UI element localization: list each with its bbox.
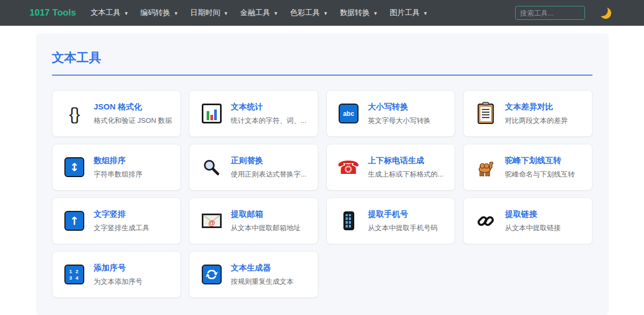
tool-title: 文本差异对比	[505, 102, 568, 112]
theme-toggle-button[interactable]	[598, 5, 613, 20]
tool-title: 文本统计	[231, 102, 306, 112]
tool-description: 从文本中提取链接	[505, 223, 561, 233]
tool-title: JSON 格式化	[94, 102, 172, 112]
chain-link-icon	[473, 212, 498, 230]
brand-logo[interactable]: 1017 Tools	[30, 8, 76, 18]
tool-description: 按规则重复生成文本	[231, 277, 294, 287]
tool-description: 统计文本的字符、词、...	[231, 116, 306, 126]
mobile-phone-icon	[336, 211, 361, 230]
tool-title: 提取链接	[505, 209, 561, 219]
tool-description: 对比两段文本的差异	[505, 116, 568, 126]
json-braces-icon: {}	[62, 105, 87, 122]
camel-icon	[473, 158, 498, 177]
input-numbers-icon: 1 23 4	[62, 265, 87, 284]
nav-menu-label: 日期时间	[190, 8, 220, 18]
tool-title: 正则替换	[231, 156, 306, 166]
nav-menu: 文本工具 ▼ 编码转换 ▼ 日期时间 ▼ 金融工具 ▼ 色彩工具 ▼ 数据转换 …	[85, 8, 434, 18]
tool-card[interactable]: @ 提取邮箱 从文本中提取邮箱地址	[189, 197, 318, 244]
tool-title: 驼峰下划线互转	[505, 156, 575, 166]
nav-menu-label: 色彩工具	[290, 8, 320, 18]
tool-description: 为文本添加序号	[94, 277, 143, 287]
page-title: 文本工具	[52, 49, 592, 66]
telephone-icon: ☎	[336, 158, 361, 177]
tool-card[interactable]: ☎ 上下标电话生成 生成上标或下标格式的...	[326, 144, 456, 191]
tool-title: 数组排序	[94, 156, 143, 166]
tool-card[interactable]: ↑ 文字竖排 文字竖排生成工具	[52, 197, 181, 244]
tool-description: 从文本中提取邮箱地址	[231, 223, 301, 233]
section-divider	[52, 75, 592, 76]
clipboard-icon	[473, 104, 498, 124]
tool-card[interactable]: 文本生成器 按规则重复生成文本	[189, 251, 318, 298]
nav-menu-label: 编码转换	[141, 8, 171, 18]
nav-menu-item-5[interactable]: 数据转换 ▼	[334, 8, 384, 18]
top-navbar: 1017 Tools 文本工具 ▼ 编码转换 ▼ 日期时间 ▼ 金融工具 ▼ 色…	[0, 0, 644, 26]
svg-text:@: @	[208, 219, 215, 227]
chevron-down-icon: ▼	[273, 11, 278, 16]
email-envelope-icon: @	[199, 214, 224, 228]
nav-menu-label: 图片工具	[390, 8, 420, 18]
tool-title: 添加序号	[94, 263, 143, 273]
tool-description: 使用正则表达式替换字...	[231, 170, 306, 179]
tool-card[interactable]: 1 23 4 添加序号 为文本添加序号	[52, 251, 181, 298]
nav-menu-item-3[interactable]: 金融工具 ▼	[234, 8, 284, 18]
tool-description: 格式化和验证 JSON 数据	[94, 116, 172, 126]
tool-card[interactable]: 提取手机号 从文本中提取手机号码	[326, 197, 456, 244]
nav-menu-item-4[interactable]: 色彩工具 ▼	[284, 8, 334, 18]
tool-description: 驼峰命名与下划线互转	[505, 170, 575, 179]
tool-card[interactable]: {} JSON 格式化 格式化和验证 JSON 数据	[52, 90, 181, 137]
tool-title: 上下标电话生成	[368, 156, 444, 166]
tool-card[interactable]: ↕ 数组排序 字符串数组排序	[52, 144, 181, 191]
up-arrow-icon: ↑	[62, 211, 87, 231]
tool-description: 从文本中提取手机号码	[368, 223, 438, 233]
tool-card[interactable]: 文本差异对比 对比两段文本的差异	[463, 90, 592, 137]
tool-title: 提取手机号	[368, 209, 438, 219]
tool-card[interactable]: 正则替换 使用正则表达式替换字...	[189, 144, 318, 191]
chevron-down-icon: ▼	[124, 11, 129, 16]
main-container: 文本工具 {} JSON 格式化 格式化和验证 JSON 数据 文本统计 统计文…	[36, 33, 609, 315]
tool-title: 文字竖排	[94, 209, 150, 219]
abc-box-icon: abc	[336, 104, 361, 123]
bar-chart-icon	[199, 104, 224, 123]
tool-description: 生成上标或下标格式的...	[368, 170, 444, 179]
chevron-down-icon: ▼	[423, 11, 428, 16]
nav-menu-item-6[interactable]: 图片工具 ▼	[384, 8, 434, 18]
tool-card[interactable]: 提取链接 从文本中提取链接	[463, 197, 592, 244]
tool-description: 文字竖排生成工具	[94, 223, 150, 233]
nav-menu-label: 数据转换	[340, 8, 370, 18]
tool-card[interactable]: 驼峰下划线互转 驼峰命名与下划线互转	[463, 144, 592, 191]
tool-grid: {} JSON 格式化 格式化和验证 JSON 数据 文本统计 统计文本的字符、…	[52, 90, 592, 298]
nav-menu-item-1[interactable]: 编码转换 ▼	[135, 8, 185, 18]
tool-card[interactable]: abc 大小写转换 英文字母大小写转换	[326, 90, 456, 137]
nav-menu-item-2[interactable]: 日期时间 ▼	[184, 8, 234, 18]
refresh-arrows-icon	[199, 265, 224, 284]
search-input[interactable]	[515, 6, 585, 20]
chevron-down-icon: ▼	[373, 11, 378, 16]
tool-title: 大小写转换	[368, 102, 431, 112]
magnifier-icon	[199, 158, 224, 177]
up-down-arrow-icon: ↕	[62, 157, 87, 177]
nav-menu-item-0[interactable]: 文本工具 ▼	[85, 8, 135, 18]
chevron-down-icon: ▼	[174, 11, 179, 16]
tool-description: 字符串数组排序	[94, 170, 143, 179]
chevron-down-icon: ▼	[223, 11, 228, 16]
nav-menu-label: 金融工具	[240, 8, 270, 18]
tool-description: 英文字母大小写转换	[368, 116, 431, 126]
nav-menu-label: 文本工具	[91, 8, 121, 18]
chevron-down-icon: ▼	[323, 11, 328, 16]
tool-title: 提取邮箱	[231, 209, 301, 219]
crescent-moon-icon	[599, 6, 612, 19]
tool-title: 文本生成器	[231, 263, 294, 273]
tool-card[interactable]: 文本统计 统计文本的字符、词、...	[189, 90, 318, 137]
